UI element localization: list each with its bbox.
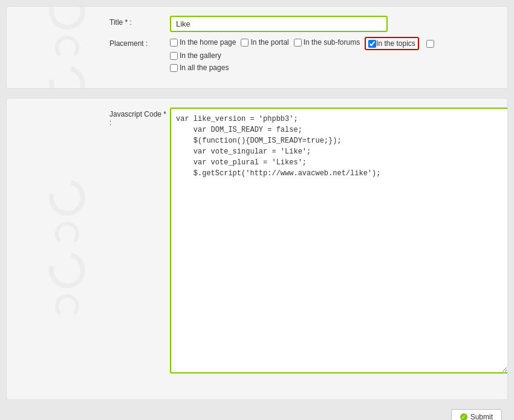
placement-gallery: In the gallery [170, 51, 221, 60]
js-code-content: var like_version = 'phpbb3'; var DOM_IS_… [170, 108, 508, 375]
home-label[interactable]: In the home page [180, 38, 236, 47]
title-input[interactable] [170, 16, 388, 32]
subforums-label[interactable]: In the sub-forums [304, 38, 360, 47]
topics-checkbox[interactable] [368, 40, 376, 48]
allpages-checkbox[interactable] [170, 64, 178, 72]
js-code-section: Javascript Code * : var like_version = '… [6, 98, 508, 400]
submit-button[interactable]: Submit [451, 409, 502, 420]
js-code-row: Javascript Code * : var like_version = '… [109, 108, 501, 375]
gallery-label[interactable]: In the gallery [180, 51, 221, 60]
home-checkbox[interactable] [170, 39, 178, 47]
portal-checkbox[interactable] [241, 39, 249, 47]
portal-label[interactable]: In the portal [250, 38, 288, 47]
placement-topics-highlight: In the topics [365, 37, 419, 50]
submit-row: Submit [6, 409, 508, 420]
placement-subforums: In the sub-forums [294, 38, 360, 47]
placement-allpages: In all the pages [170, 63, 229, 72]
allpages-label[interactable]: In all the pages [180, 63, 229, 72]
placement-home: In the home page [170, 38, 236, 47]
js-code-label: Javascript Code * : [109, 108, 170, 127]
submit-label: Submit [470, 413, 493, 420]
placement-label: Placement : [109, 37, 170, 48]
placement-portal: In the portal [241, 38, 288, 47]
topics-label[interactable]: In the topics [376, 39, 415, 48]
submit-icon [460, 413, 467, 420]
placement-options: In the home page In the portal In the su… [170, 37, 501, 74]
title-field-container [170, 16, 501, 32]
placement-first-line: In the home page In the portal In the su… [170, 37, 501, 50]
extra-checkbox[interactable] [426, 40, 434, 48]
title-row: Title * : [109, 16, 501, 32]
placement-third-line: In all the pages [170, 63, 501, 74]
subforums-checkbox[interactable] [294, 39, 302, 47]
title-label: Title * : [109, 16, 170, 27]
title-placement-section: Title * : Placement : In the home page I… [6, 6, 508, 89]
placement-row: Placement : In the home page In the port… [109, 37, 501, 74]
placement-second-line: In the gallery [170, 51, 501, 62]
gallery-checkbox[interactable] [170, 52, 178, 60]
js-code-textarea[interactable]: var like_version = 'phpbb3'; var DOM_IS_… [170, 108, 508, 373]
